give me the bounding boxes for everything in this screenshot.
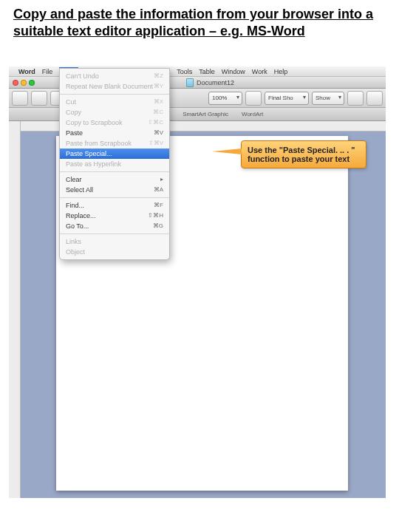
edit-menu-item: Copy⌘C — [60, 107, 169, 117]
edit-menu-item: Links — [60, 236, 169, 247]
window-title: Document12 — [197, 79, 234, 86]
minimize-icon[interactable] — [21, 80, 27, 86]
menu-item-shortcut: ⌘F — [154, 202, 163, 209]
menu-separator — [60, 94, 169, 95]
open-button[interactable] — [31, 91, 47, 106]
edit-menu-item: Cut⌘X — [60, 97, 169, 107]
zoom-select[interactable]: 100% — [208, 92, 242, 105]
menu-item-shortcut: ⇧⌘V — [149, 140, 163, 147]
menu-item-label: Links — [66, 238, 81, 245]
help-button[interactable] — [245, 91, 262, 106]
new-doc-button[interactable] — [12, 91, 28, 106]
menu-item-label: Paste as Hyperlink — [66, 160, 121, 168]
menu-item-label: Go To... — [66, 222, 89, 230]
menu-item-shortcut: ⌘Z — [154, 72, 163, 80]
edit-menu-item[interactable]: Replace...⇧⌘H — [60, 211, 169, 221]
menu-item-label: Select All — [66, 186, 93, 194]
menu-item-label: Copy — [66, 109, 81, 116]
menu-help[interactable]: Help — [274, 68, 288, 75]
next-change-button[interactable] — [366, 91, 383, 106]
document-icon — [186, 78, 194, 87]
menu-item-label: Clear — [66, 176, 82, 183]
menu-item-shortcut: ⌘X — [154, 98, 163, 106]
menu-file[interactable]: File — [42, 68, 53, 75]
edit-menu-item: Paste from Scrapbook⇧⌘V — [60, 138, 169, 149]
menu-item-label: Cut — [66, 98, 76, 106]
edit-menu-item[interactable]: Select All⌘A — [60, 185, 169, 195]
menu-item-shortcut: ⇧⌘H — [148, 212, 163, 219]
menu-separator — [60, 171, 169, 172]
menu-tools[interactable]: Tools — [177, 68, 192, 75]
menu-item-label: Can't Undo — [66, 72, 99, 80]
menu-item-label: Replace... — [66, 212, 96, 219]
zoom-icon[interactable] — [29, 80, 35, 86]
word-app-window: Word File Edit View Insert Format Font T… — [9, 66, 386, 501]
menu-item-label: Paste — [66, 129, 83, 137]
menu-item-shortcut: ⌘Y — [154, 83, 163, 90]
edit-menu-item[interactable]: Find...⌘F — [60, 200, 169, 211]
view-mode-select[interactable]: Final Sho — [265, 92, 309, 105]
edit-menu-item[interactable]: Paste⌘V — [60, 128, 169, 138]
callout-line2: function to paste your text — [248, 154, 360, 163]
callout-line1: Use the "Paste Special. .. . " — [248, 146, 360, 154]
menu-item-label: Object — [66, 248, 85, 256]
track-changes-button[interactable] — [347, 91, 364, 106]
edit-menu-item[interactable]: Paste Special... — [60, 149, 169, 159]
tab-wordart[interactable]: WordArt — [242, 111, 263, 117]
close-icon[interactable] — [13, 80, 18, 86]
menu-word[interactable]: Word — [18, 68, 35, 75]
edit-menu-dropdown: Can't Undo⌘ZRepeat New Blank Document⌘YC… — [59, 68, 170, 260]
menu-item-shortcut: ⌘C — [153, 109, 163, 116]
show-select[interactable]: Show — [312, 92, 344, 105]
menu-item-shortcut: ▸ — [160, 176, 163, 183]
edit-menu-item: Repeat New Blank Document⌘Y — [60, 81, 169, 92]
menu-item-shortcut: ⌘V — [154, 129, 163, 137]
menu-item-label: Paste from Scrapbook — [66, 140, 132, 147]
menu-item-shortcut: ⇧⌘C — [148, 119, 163, 126]
edit-menu-item[interactable]: Go To...⌘G — [60, 221, 169, 231]
menu-window[interactable]: Window — [222, 68, 245, 75]
menu-item-label: Copy to Scrapbook — [66, 119, 123, 126]
menu-separator — [60, 233, 169, 234]
menu-item-label: Find... — [66, 202, 84, 209]
menu-item-label: Repeat New Blank Document — [66, 83, 153, 90]
menu-item-shortcut: ⌘G — [153, 222, 163, 230]
edit-menu-item[interactable]: Clear▸ — [60, 174, 169, 185]
menu-separator — [60, 197, 169, 198]
traffic-lights — [9, 80, 35, 86]
menu-work[interactable]: Work — [252, 68, 267, 75]
instruction-text: Copy and paste the information from your… — [0, 0, 399, 42]
menu-table[interactable]: Table — [199, 68, 215, 75]
vertical-ruler — [9, 121, 21, 498]
menu-item-label: Paste Special... — [66, 150, 112, 157]
edit-menu-item: Copy to Scrapbook⇧⌘C — [60, 117, 169, 128]
tab-smartart[interactable]: SmartArt Graphic — [183, 111, 228, 117]
menu-item-shortcut: ⌘A — [154, 186, 163, 194]
edit-menu-item: Paste as Hyperlink — [60, 159, 169, 169]
edit-menu-item: Object — [60, 247, 169, 257]
paste-special-callout: Use the "Paste Special. .. . " function … — [241, 140, 366, 168]
edit-menu-item: Can't Undo⌘Z — [60, 71, 169, 81]
